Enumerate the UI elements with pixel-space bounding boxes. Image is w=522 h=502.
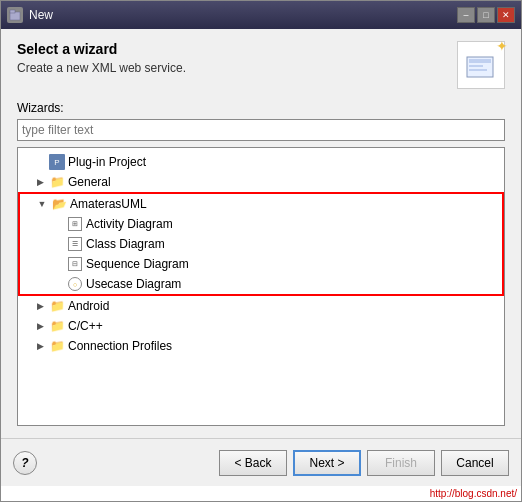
- window-title: New: [29, 8, 53, 22]
- wizard-icon: ✦: [457, 41, 505, 89]
- amaterasUML-group: ▼ 📂 AmaterasUML ⊞ Activity Diagram ☰: [18, 192, 504, 296]
- svg-rect-5: [469, 69, 487, 71]
- tree-item-plugin-project[interactable]: P Plug-in Project: [18, 152, 504, 172]
- toggle-android[interactable]: ▶: [34, 300, 46, 312]
- cancel-button[interactable]: Cancel: [441, 450, 509, 476]
- tree-item-class-diagram[interactable]: ☰ Class Diagram: [20, 234, 502, 254]
- wizard-description: Create a new XML web service.: [17, 61, 186, 75]
- next-button[interactable]: Next >: [293, 450, 361, 476]
- filter-input[interactable]: [17, 119, 505, 141]
- watermark: http://blog.csdn.net/: [1, 486, 521, 501]
- toggle-sequence-diagram: [52, 258, 64, 270]
- close-button[interactable]: ✕: [497, 7, 515, 23]
- general-label: General: [68, 175, 111, 189]
- footer-left: ?: [13, 451, 37, 475]
- plugin-project-icon: P: [49, 154, 65, 170]
- wizards-label: Wizards:: [17, 101, 505, 115]
- title-bar-left: New: [7, 7, 53, 23]
- dialog-footer: ? < Back Next > Finish Cancel: [1, 438, 521, 486]
- svg-rect-1: [10, 10, 15, 13]
- main-content: Select a wizard Create a new XML web ser…: [1, 29, 521, 438]
- plugin-project-label: Plug-in Project: [68, 155, 146, 169]
- connection-profiles-folder-icon: 📁: [49, 338, 65, 354]
- minimize-button[interactable]: –: [457, 7, 475, 23]
- svg-rect-3: [469, 59, 491, 63]
- new-wizard-window: New – □ ✕ Select a wizard Create a new X…: [0, 0, 522, 502]
- amaterasUML-folder-icon: 📂: [51, 196, 67, 212]
- back-button[interactable]: < Back: [219, 450, 287, 476]
- help-button[interactable]: ?: [13, 451, 37, 475]
- maximize-button[interactable]: □: [477, 7, 495, 23]
- toggle-plugin-project: [34, 156, 46, 168]
- cpp-label: C/C++: [68, 319, 103, 333]
- window-icon: [7, 7, 23, 23]
- toggle-connection-profiles[interactable]: ▶: [34, 340, 46, 352]
- usecase-diagram-label: Usecase Diagram: [86, 277, 181, 291]
- toggle-amaterasUML[interactable]: ▼: [36, 198, 48, 210]
- tree-item-sequence-diagram[interactable]: ⊟ Sequence Diagram: [20, 254, 502, 274]
- android-label: Android: [68, 299, 109, 313]
- tree-item-general[interactable]: ▶ 📁 General: [18, 172, 504, 192]
- tree-item-android[interactable]: ▶ 📁 Android: [18, 296, 504, 316]
- header-section: Select a wizard Create a new XML web ser…: [17, 41, 505, 89]
- finish-button[interactable]: Finish: [367, 450, 435, 476]
- android-folder-icon: 📁: [49, 298, 65, 314]
- toggle-usecase-diagram: [52, 278, 64, 290]
- wizard-title: Select a wizard: [17, 41, 186, 57]
- tree-item-activity-diagram[interactable]: ⊞ Activity Diagram: [20, 214, 502, 234]
- header-text: Select a wizard Create a new XML web ser…: [17, 41, 186, 75]
- class-diagram-label: Class Diagram: [86, 237, 165, 251]
- tree-item-connection-profiles[interactable]: ▶ 📁 Connection Profiles: [18, 336, 504, 356]
- activity-diagram-label: Activity Diagram: [86, 217, 173, 231]
- title-bar: New – □ ✕: [1, 1, 521, 29]
- cpp-folder-icon: 📁: [49, 318, 65, 334]
- window-controls: – □ ✕: [457, 7, 515, 23]
- usecase-diagram-icon: ○: [67, 276, 83, 292]
- class-diagram-icon: ☰: [67, 236, 83, 252]
- tree-item-amaterasUML[interactable]: ▼ 📂 AmaterasUML: [20, 194, 502, 214]
- wizard-tree[interactable]: P Plug-in Project ▶ 📁 General ▼ 📂 Amater…: [17, 147, 505, 426]
- toggle-general[interactable]: ▶: [34, 176, 46, 188]
- tree-item-usecase-diagram[interactable]: ○ Usecase Diagram: [20, 274, 502, 294]
- connection-profiles-label: Connection Profiles: [68, 339, 172, 353]
- sequence-diagram-icon: ⊟: [67, 256, 83, 272]
- sparkle-icon: ✦: [496, 38, 508, 54]
- general-folder-icon: 📁: [49, 174, 65, 190]
- activity-diagram-icon: ⊞: [67, 216, 83, 232]
- sequence-diagram-label: Sequence Diagram: [86, 257, 189, 271]
- toggle-cpp[interactable]: ▶: [34, 320, 46, 332]
- amaterasUML-label: AmaterasUML: [70, 197, 147, 211]
- toggle-activity-diagram: [52, 218, 64, 230]
- footer-buttons: < Back Next > Finish Cancel: [219, 450, 509, 476]
- tree-item-cpp[interactable]: ▶ 📁 C/C++: [18, 316, 504, 336]
- toggle-class-diagram: [52, 238, 64, 250]
- svg-rect-4: [469, 65, 483, 67]
